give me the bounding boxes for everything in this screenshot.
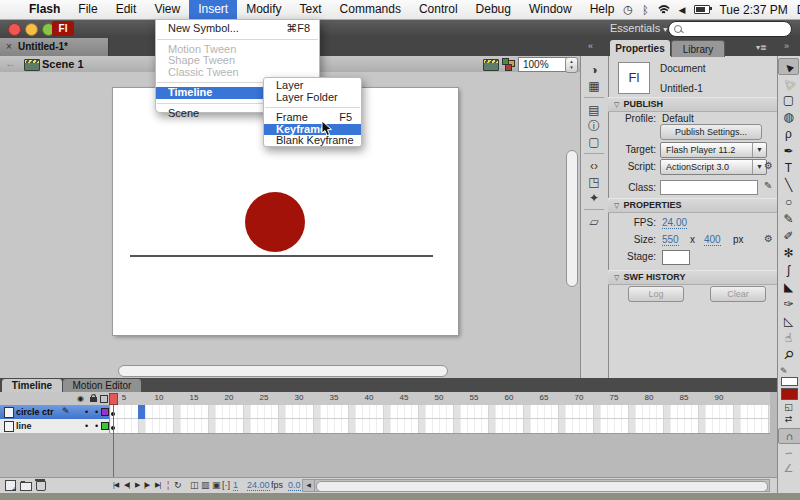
playhead-marker[interactable] bbox=[109, 393, 118, 405]
menu-commands[interactable]: Commands bbox=[331, 0, 410, 19]
vertical-scrollbar[interactable] bbox=[566, 150, 578, 287]
oval-tool[interactable]: ○ bbox=[778, 194, 799, 211]
edit-symbols-icon[interactable] bbox=[502, 58, 516, 70]
step-forward-button[interactable]: |▶ bbox=[144, 481, 149, 489]
script-settings-wrench-icon[interactable]: ⚙ bbox=[764, 160, 773, 171]
back-arrow-icon[interactable]: ← bbox=[5, 57, 16, 69]
submenu-item-blank-keyframe[interactable]: Blank Keyframe bbox=[264, 135, 361, 147]
size-settings-wrench-icon[interactable]: ⚙ bbox=[764, 233, 773, 244]
script-dropdown[interactable]: ActionScript 3.0▼ bbox=[660, 159, 767, 175]
menu-modify[interactable]: Modify bbox=[237, 0, 290, 19]
play-button[interactable]: ▶ bbox=[135, 481, 139, 489]
3d-rotation-tool[interactable]: ◍ bbox=[778, 109, 799, 126]
lasso-tool[interactable]: ρ bbox=[778, 126, 799, 143]
smooth-option-icon[interactable]: ∽ bbox=[778, 447, 799, 460]
modify-markers-icon[interactable]: [·] bbox=[222, 480, 230, 490]
window-minimize-button[interactable] bbox=[25, 23, 38, 36]
wifi-icon[interactable] bbox=[658, 5, 670, 14]
document-tab[interactable]: × Untitled-1* bbox=[0, 38, 109, 56]
free-transform-tool[interactable]: ▢ bbox=[778, 92, 799, 109]
paint-bucket-tool[interactable]: ◣ bbox=[778, 279, 799, 296]
section-publish[interactable]: ▽PUBLISH bbox=[608, 97, 777, 112]
menu-help[interactable]: Help bbox=[581, 0, 624, 19]
visibility-dot[interactable]: • bbox=[85, 407, 88, 417]
snap-to-objects-magnet-icon[interactable]: ∩ bbox=[778, 428, 800, 444]
swf-clear-button[interactable]: Clear bbox=[710, 286, 766, 302]
menu-debug[interactable]: Debug bbox=[467, 0, 520, 19]
window-close-button[interactable] bbox=[8, 23, 21, 36]
hand-tool[interactable]: ☝ bbox=[778, 330, 799, 347]
onion-skin-outlines-icon[interactable]: ▥ bbox=[201, 480, 210, 490]
lock-dot[interactable]: • bbox=[95, 421, 98, 431]
swatches-panel-icon[interactable]: ▦ bbox=[580, 78, 608, 94]
stage-color-swatch[interactable] bbox=[662, 250, 690, 265]
brush-tool[interactable]: ✐ bbox=[778, 228, 799, 245]
new-folder-icon[interactable] bbox=[20, 482, 32, 491]
target-dropdown[interactable]: Flash Player 11.2▼ bbox=[660, 142, 767, 158]
class-field[interactable] bbox=[660, 180, 758, 195]
tab-properties[interactable]: Properties bbox=[610, 40, 670, 56]
frame-grid[interactable] bbox=[110, 405, 770, 434]
scene-breadcrumb[interactable]: Scene 1 bbox=[42, 58, 84, 70]
pencil-tool[interactable]: ✎ bbox=[778, 211, 799, 228]
layer-outline-color-swatch[interactable] bbox=[101, 408, 109, 416]
black-white-colors-icon[interactable]: ◱ bbox=[778, 402, 799, 412]
battery-icon[interactable] bbox=[694, 5, 710, 14]
panel-menu-icon[interactable]: ▾≣ bbox=[756, 43, 767, 52]
edit-multiple-frames-icon[interactable]: ▣ bbox=[212, 480, 221, 490]
bluetooth-icon[interactable]: ᛒ bbox=[642, 4, 649, 16]
workspace-switcher[interactable]: Essentials ▾ bbox=[610, 22, 667, 34]
section-properties[interactable]: ▽PROPERTIES bbox=[608, 198, 777, 213]
expand-panels-icon[interactable]: » bbox=[784, 41, 789, 51]
show-hide-eye-icon[interactable]: ◉ bbox=[77, 394, 84, 403]
edit-scene-icon[interactable] bbox=[483, 59, 499, 71]
delete-layer-trash-icon[interactable] bbox=[36, 481, 46, 491]
menu-flash[interactable]: Flash bbox=[20, 0, 69, 19]
outline-square-icon[interactable] bbox=[100, 395, 108, 403]
search-input[interactable] bbox=[668, 21, 792, 37]
collapse-panels-icon[interactable]: « bbox=[588, 41, 593, 51]
menu-edit[interactable]: Edit bbox=[107, 0, 146, 19]
layer-name[interactable]: line bbox=[16, 421, 32, 431]
pen-tool[interactable]: ✒ bbox=[778, 143, 799, 160]
close-icon[interactable]: × bbox=[6, 38, 12, 56]
stroke-color-swatch[interactable] bbox=[781, 377, 798, 386]
menu-file[interactable]: File bbox=[69, 0, 106, 19]
playhead-line[interactable] bbox=[113, 405, 114, 477]
tab-motion-editor[interactable]: Motion Editor bbox=[63, 379, 141, 392]
stage-line-shape[interactable] bbox=[130, 255, 433, 257]
step-back-button[interactable]: ◀| bbox=[124, 481, 129, 489]
go-to-first-frame-button[interactable]: |◀ bbox=[113, 481, 118, 489]
section-swf-history[interactable]: ▽SWF HISTORY bbox=[608, 270, 777, 285]
loop-icon[interactable]: ↻ bbox=[174, 480, 182, 490]
tab-timeline[interactable]: Timeline bbox=[2, 379, 62, 392]
size-height-value[interactable]: 400 bbox=[704, 234, 721, 246]
lock-dot[interactable]: • bbox=[95, 407, 98, 417]
line-tool[interactable]: ╲ bbox=[778, 177, 799, 194]
menu-text[interactable]: Text bbox=[291, 0, 331, 19]
document-name[interactable]: Untitled-1 bbox=[660, 83, 703, 94]
swf-log-button[interactable]: Log bbox=[628, 286, 684, 302]
zoom-tool[interactable]: ⚲ bbox=[778, 347, 799, 364]
fill-color-swatch[interactable] bbox=[781, 388, 798, 400]
horizontal-scrollbar[interactable] bbox=[118, 365, 448, 377]
onion-skin-icon[interactable]: ◫ bbox=[190, 480, 199, 490]
timeline-scrollbar[interactable]: ◀ bbox=[302, 479, 770, 492]
layer-row-circle-ctr[interactable]: circle ctr ✎ • • bbox=[0, 405, 110, 419]
size-width-value[interactable]: 550 bbox=[662, 234, 679, 246]
lock-icon[interactable] bbox=[90, 397, 97, 402]
selected-frame-cell[interactable] bbox=[138, 405, 145, 419]
menu-view[interactable]: View bbox=[145, 0, 189, 19]
straighten-option-icon[interactable]: ∠ bbox=[778, 462, 799, 475]
subselection-tool[interactable]: △ bbox=[778, 75, 799, 92]
timeline-scroll-thumb[interactable] bbox=[316, 481, 768, 492]
fps-value[interactable]: 24.00 bbox=[662, 217, 687, 229]
publish-settings-button[interactable]: Publish Settings... bbox=[660, 124, 762, 140]
new-layer-icon[interactable] bbox=[5, 480, 16, 491]
color-panel-icon[interactable]: ◑ bbox=[580, 62, 608, 78]
menubar-clock[interactable]: Tue 2:37 PM bbox=[719, 3, 787, 17]
frame-rate-value[interactable]: 24.00 bbox=[247, 480, 270, 491]
swap-colors-icon[interactable]: ⇄ bbox=[778, 414, 799, 424]
text-tool[interactable]: T bbox=[778, 160, 799, 177]
scroll-left-icon[interactable]: ◀ bbox=[303, 480, 315, 491]
